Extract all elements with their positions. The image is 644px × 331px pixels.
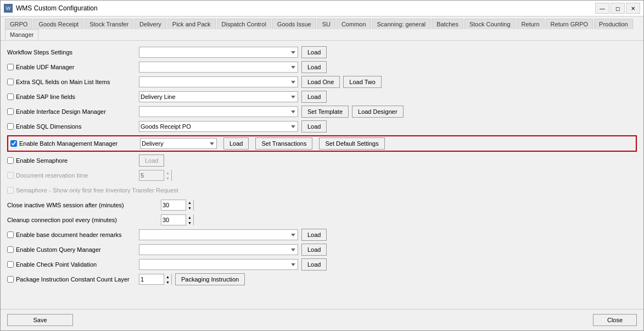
set-template-btn[interactable]: Set Template <box>301 106 349 118</box>
close-inactive-up[interactable]: ▲ <box>186 200 193 205</box>
cleanup-connection-spinbox: ▲ ▼ <box>161 214 194 225</box>
tab-stock-counting[interactable]: Stock Counting <box>464 19 516 29</box>
workflow-steps-dropdown[interactable] <box>139 47 298 58</box>
doc-reservation-arrows: ▲ ▼ <box>164 170 171 181</box>
tab-delivery[interactable]: Delivery <box>135 19 166 29</box>
tab-goods-receipt[interactable]: Goods Receipt <box>33 19 83 29</box>
tab-batches[interactable]: Batches <box>432 19 463 29</box>
close-inactive-input[interactable] <box>161 200 186 210</box>
content-area: Workflow Steps Settings Load Enable UDF … <box>1 41 643 309</box>
enable-sql-checkbox[interactable] <box>7 123 14 130</box>
enable-udf-dropdown[interactable] <box>139 62 298 73</box>
enable-custom-query-load-btn[interactable]: Load <box>301 244 327 256</box>
enable-base-doc-checkbox[interactable] <box>7 231 14 238</box>
enable-udf-load-btn[interactable]: Load <box>301 61 327 73</box>
package-instruction-label: Package Instruction Constant Count Layer <box>7 276 139 283</box>
set-transactions-btn[interactable]: Set Transactions <box>255 137 312 150</box>
enable-sap-dropdown[interactable]: Delivery Line <box>139 91 298 102</box>
enable-check-point-load-btn[interactable]: Load <box>301 258 327 271</box>
save-button[interactable]: Save <box>7 314 73 326</box>
close-button[interactable]: Close <box>593 314 637 326</box>
tab-stock-transfer[interactable]: Stock Transfer <box>85 19 133 29</box>
enable-batch-label: Enable Batch Management Manager <box>10 140 137 147</box>
tab-dispatch-control[interactable]: Dispatch Control <box>217 19 271 29</box>
window-close-button[interactable]: ✕ <box>626 3 640 14</box>
package-instruction-spinbox: ▲ ▼ <box>139 274 172 285</box>
set-default-settings-btn[interactable]: Set Default Settings <box>319 137 384 150</box>
doc-reservation-input <box>139 170 164 180</box>
app-icon: W <box>4 4 13 13</box>
enable-sap-row: Enable SAP line fields Delivery Line Loa… <box>7 91 637 103</box>
enable-semaphore-checkbox[interactable] <box>7 157 14 164</box>
tab-production[interactable]: Production <box>594 19 633 29</box>
enable-semaphore-load-btn[interactable]: Load <box>139 155 164 167</box>
cleanup-connection-input[interactable] <box>161 215 186 225</box>
doc-reservation-label: Document reservation time <box>7 172 139 179</box>
package-instruction-arrows: ▲ ▼ <box>164 274 171 285</box>
tab-return-grpo[interactable]: Return GRPO <box>546 19 593 29</box>
enable-udf-row: Enable UDF Manager Load <box>7 61 637 73</box>
enable-udf-label: Enable UDF Manager <box>7 64 139 70</box>
packaging-instruction-btn[interactable]: Packaging Instruction <box>175 273 245 285</box>
extra-sql-load-two-btn[interactable]: Load Two <box>343 76 382 88</box>
window-title: WMS Custom Configuration <box>16 4 98 12</box>
tab-scanning-general[interactable]: Scanning: general <box>372 19 431 29</box>
tab-pick-and-pack[interactable]: Pick and Pack <box>167 19 216 29</box>
cleanup-connection-row: Cleanup connection pool every (minutes) … <box>7 214 637 226</box>
close-inactive-down[interactable]: ▼ <box>186 205 193 211</box>
bottom-bar: Save Close <box>1 309 643 330</box>
minimize-button[interactable]: — <box>595 3 609 14</box>
enable-interface-dropdown[interactable] <box>139 106 298 117</box>
enable-sap-checkbox[interactable] <box>7 93 14 100</box>
package-instruction-checkbox[interactable] <box>7 276 14 283</box>
tab-su[interactable]: SU <box>317 19 335 29</box>
enable-batch-row: Enable Batch Management Manager Delivery… <box>7 135 637 152</box>
enable-udf-checkbox[interactable] <box>7 64 14 70</box>
tab-return[interactable]: Return <box>517 19 545 29</box>
tab-manager[interactable]: Manager <box>5 29 38 40</box>
tabs-container: GRPO Goods Receipt Stock Transfer Delive… <box>1 16 643 41</box>
enable-custom-query-label: Enable Custom Query Manager <box>7 246 139 253</box>
enable-sql-load-btn[interactable]: Load <box>301 120 327 133</box>
enable-custom-query-checkbox[interactable] <box>7 246 14 253</box>
package-instruction-up[interactable]: ▲ <box>164 274 171 279</box>
maximize-button[interactable]: ◻ <box>611 3 625 14</box>
doc-reservation-row: Document reservation time ▲ ▼ <box>7 169 637 181</box>
extra-sql-checkbox[interactable] <box>7 79 14 85</box>
extra-sql-dropdown[interactable] <box>139 76 298 87</box>
package-instruction-row: Package Instruction Constant Count Layer… <box>7 273 637 285</box>
enable-batch-load-btn[interactable]: Load <box>223 137 249 150</box>
enable-check-point-checkbox[interactable] <box>7 261 14 268</box>
enable-custom-query-dropdown[interactable] <box>139 244 298 255</box>
enable-sap-load-btn[interactable]: Load <box>301 91 327 103</box>
cleanup-connection-down[interactable]: ▼ <box>186 220 193 225</box>
enable-interface-checkbox[interactable] <box>7 108 14 115</box>
close-inactive-label: Close inactive WMS session after (minute… <box>7 202 161 208</box>
enable-batch-checkbox[interactable] <box>10 140 17 147</box>
enable-sql-dropdown[interactable]: Goods Receipt PO <box>139 121 298 132</box>
extra-sql-load-one-btn[interactable]: Load One <box>301 76 340 88</box>
workflow-steps-label: Workflow Steps Settings <box>7 49 139 56</box>
enable-base-doc-dropdown[interactable] <box>139 229 298 240</box>
cleanup-connection-up[interactable]: ▲ <box>186 214 193 220</box>
enable-check-point-dropdown[interactable] <box>139 259 298 270</box>
title-controls: — ◻ ✕ <box>595 3 640 14</box>
cleanup-connection-arrows: ▲ ▼ <box>186 214 193 225</box>
close-inactive-spinbox: ▲ ▼ <box>161 200 194 211</box>
close-inactive-arrows: ▲ ▼ <box>186 200 193 211</box>
enable-batch-dropdown[interactable]: Delivery <box>140 138 217 149</box>
enable-base-doc-label: Enable base document header remarks <box>7 231 139 238</box>
enable-sql-row: Enable SQL Dimensions Goods Receipt PO L… <box>7 120 637 133</box>
enable-base-doc-row: Enable base document header remarks Load <box>7 229 637 241</box>
tab-grpo[interactable]: GRPO <box>5 19 32 29</box>
package-instruction-down[interactable]: ▼ <box>164 279 171 285</box>
doc-reservation-up: ▲ <box>164 170 171 175</box>
load-designer-btn[interactable]: Load Designer <box>352 106 404 118</box>
package-instruction-input[interactable] <box>139 274 164 284</box>
tab-goods-issue[interactable]: Goods Issue <box>272 19 316 29</box>
enable-semaphore-label: Enable Semaphore <box>7 157 139 164</box>
enable-base-doc-load-btn[interactable]: Load <box>301 229 327 241</box>
tab-common[interactable]: Common <box>337 19 371 29</box>
semaphore-show-row: Semaphore - Show only first free Invento… <box>7 184 637 196</box>
workflow-steps-load-btn[interactable]: Load <box>301 46 327 58</box>
